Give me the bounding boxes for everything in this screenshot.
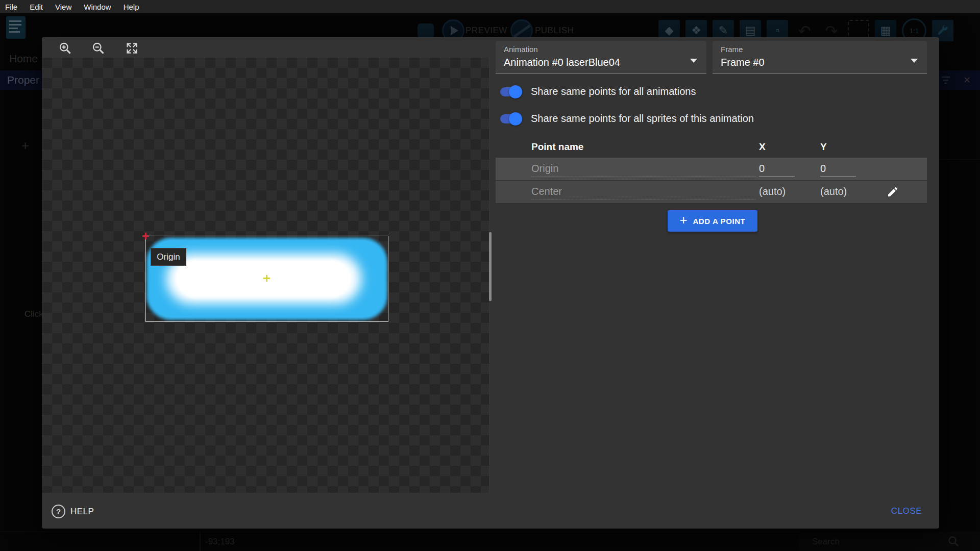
- x-header: X: [759, 137, 766, 157]
- points-editor-dialog: Origin Animation Animation #0 laserBlue0…: [42, 37, 939, 529]
- menu-edit[interactable]: Edit: [23, 0, 49, 13]
- frame-select-label: Frame: [721, 45, 743, 54]
- origin-tooltip: Origin: [151, 248, 186, 266]
- point-name-field[interactable]: Origin: [531, 161, 756, 177]
- zoom-out-icon[interactable]: [91, 41, 105, 55]
- help-button[interactable]: ? HELP: [52, 505, 94, 518]
- point-x-field: (auto): [759, 184, 795, 199]
- close-button[interactable]: CLOSE: [888, 506, 925, 517]
- edit-pencil-icon[interactable]: [887, 186, 899, 198]
- table-row-center[interactable]: Center (auto) (auto): [496, 181, 927, 204]
- point-x-field[interactable]: 0: [759, 161, 795, 177]
- preview-toolbar: [42, 37, 489, 58]
- menu-view[interactable]: View: [49, 0, 78, 13]
- point-name-field[interactable]: Center: [531, 184, 756, 199]
- chevron-down-icon: [690, 59, 697, 63]
- origin-point-marker[interactable]: [142, 233, 149, 239]
- point-name-header: Point name: [531, 137, 583, 157]
- sprite-preview-canvas[interactable]: Origin: [42, 58, 489, 493]
- toggle-share-points-all-animations-label: Share same points for all animations: [531, 86, 696, 97]
- screen: PREVIEW PUBLISH ◆ ❖ ✎ ▤ ▫ ↶ ↷ ▦ 1:1 Home…: [0, 0, 980, 551]
- menu-help[interactable]: Help: [117, 0, 145, 13]
- chevron-down-icon: [911, 59, 918, 63]
- menu-file[interactable]: File: [0, 0, 23, 13]
- point-y-field[interactable]: 0: [820, 161, 856, 177]
- animation-select-value: Animation #0 laserBlue04: [504, 57, 620, 68]
- toggle-share-points-all-sprites-label: Share same points for all sprites of thi…: [531, 113, 754, 124]
- fit-to-view-icon[interactable]: [125, 41, 139, 55]
- add-a-point-button[interactable]: + ADD A POINT: [668, 210, 757, 232]
- toggle-share-points-all-animations[interactable]: [500, 87, 521, 96]
- animation-select[interactable]: Animation Animation #0 laserBlue04: [496, 41, 706, 73]
- center-point-marker[interactable]: [263, 275, 270, 282]
- menu-window[interactable]: Window: [78, 0, 117, 13]
- frame-select-value: Frame #0: [721, 57, 765, 68]
- plus-icon: +: [680, 212, 688, 228]
- toggle-knob: [509, 85, 522, 98]
- animation-select-label: Animation: [504, 45, 538, 54]
- toggle-knob: [509, 112, 522, 126]
- points-table-header: Point name X Y: [496, 137, 927, 157]
- frame-select[interactable]: Frame Frame #0: [713, 41, 927, 73]
- toggle-share-points-all-sprites[interactable]: [500, 114, 521, 123]
- zoom-in-icon[interactable]: [58, 41, 72, 55]
- table-row-origin[interactable]: Origin 0 0: [496, 158, 927, 181]
- y-header: Y: [820, 137, 827, 157]
- menu-bar: File Edit View Window Help: [0, 0, 980, 13]
- preview-scrollbar-thumb[interactable]: [489, 232, 492, 301]
- point-y-field: (auto): [820, 184, 856, 199]
- help-question-icon: ?: [52, 505, 65, 518]
